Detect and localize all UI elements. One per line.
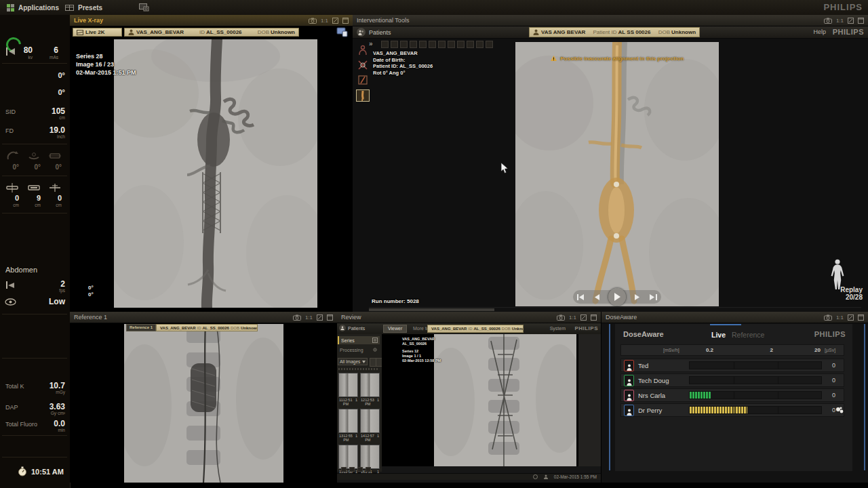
patient-icon [128, 29, 134, 35]
dose-mode-eye-icon [5, 298, 16, 306]
dose-value: 0 [825, 362, 835, 369]
presets-menu[interactable]: Presets [65, 0, 102, 15]
tool-icon[interactable] [486, 41, 493, 48]
zoom-1to1-button[interactable]: 1:1 [836, 18, 844, 24]
table-height-icon [6, 183, 18, 192]
play-button[interactable] [608, 288, 626, 306]
network-status-icon [533, 474, 538, 479]
step-back-icon[interactable] [593, 294, 600, 300]
export-icon[interactable] [317, 314, 323, 321]
series-thumbnail[interactable]: 1312:55 PM1 [338, 409, 358, 442]
skip-start-icon[interactable] [577, 294, 585, 300]
roadmap-image: Possible inaccurate alignment in this pr… [515, 42, 719, 306]
series-thumbnail[interactable]: 1112:51 PM1 [338, 373, 358, 406]
patients-button[interactable]: Patients [357, 28, 391, 37]
review-right-rail [578, 334, 601, 466]
scale-unit-left: [mSv/h] [663, 348, 679, 352]
xray-status-sidebar: 80 kv 6 mAs 0° 0° SID 105 cm FD 19.0 inc… [0, 15, 71, 488]
nav-item-series[interactable]: Series [338, 336, 380, 344]
tool-icon[interactable] [410, 41, 417, 48]
reference-tab[interactable]: Reference 1 [126, 324, 156, 331]
filter-caption-rule [338, 368, 379, 370]
dose-value: 0 [825, 407, 835, 413]
tool-icon[interactable] [438, 41, 446, 48]
tab-live[interactable]: Live [711, 331, 726, 339]
maximize-icon[interactable] [858, 314, 864, 321]
tool-icon[interactable] [381, 41, 389, 48]
reference-panel: Reference 1 1:1 [70, 312, 337, 483]
zoom-1to1-button[interactable]: 1:1 [321, 18, 328, 24]
export-icon[interactable] [848, 18, 854, 24]
export-icon[interactable] [848, 314, 854, 321]
review-appbar: Patients Viewer More tools VAS_ANG_BEVAR… [337, 323, 601, 335]
carm-rotation-icon [6, 150, 18, 161]
doseaware-title: DoseAware [606, 314, 637, 321]
zoom-1to1-button[interactable]: 1:1 [836, 314, 844, 321]
zoom-1to1-button[interactable]: 1:1 [569, 314, 576, 321]
snapshot-icon[interactable] [824, 18, 832, 24]
snapshot-icon[interactable] [293, 314, 301, 321]
help-button[interactable]: Help [813, 28, 826, 35]
timeline-scrollbar[interactable] [369, 307, 861, 312]
sid-value: 105 [34, 106, 65, 116]
total-fluoro-value: 0.0 [34, 419, 65, 428]
export-icon[interactable] [332, 18, 338, 24]
footer-tool-icon[interactable] [366, 467, 371, 472]
live-2k-tab[interactable]: Live 2K [73, 28, 122, 37]
monitor-route-icon[interactable] [336, 27, 348, 37]
tool-icon[interactable] [448, 41, 455, 48]
export-icon[interactable] [580, 314, 587, 321]
maximize-icon[interactable] [591, 314, 597, 321]
skip-end-icon[interactable] [650, 294, 657, 300]
cine-player-controls [573, 290, 661, 304]
fd-value: 19.0 [34, 125, 65, 135]
scrollbar-handle[interactable] [369, 308, 494, 311]
total-fluoro-label: Total Fluoro [5, 421, 37, 428]
tool-icon[interactable] [457, 41, 465, 48]
live-xray-titlebar: Live X-ray 1:1 [70, 15, 353, 26]
image-filter-dropdown[interactable]: All Images [338, 358, 368, 365]
tool-icon[interactable] [419, 41, 427, 48]
tab-reference[interactable]: Reference [732, 331, 764, 339]
angiogram-overlay-image [515, 42, 719, 306]
roadmap-tool-icon[interactable] [357, 75, 368, 85]
mas-unit: mAs [39, 55, 58, 60]
screenshot-icon [139, 3, 149, 12]
series-thumbnail[interactable]: 1212:53 PM1 [360, 373, 380, 406]
chevron-down-icon [362, 361, 366, 363]
review-patient-banner: VAS_ANG_BEVAR IDAL_SS_00026 DOBUnknown [427, 325, 524, 333]
snapshot-icon[interactable] [557, 314, 565, 321]
applications-menu[interactable]: Applications [7, 0, 59, 15]
viewer-tab[interactable]: Viewer [383, 325, 407, 333]
series-thumbnail[interactable]: 1412:57 PM1 [360, 409, 380, 442]
tool-icon[interactable] [391, 41, 398, 48]
dap-value: 3.63 [34, 402, 65, 411]
tool-icon[interactable] [467, 41, 474, 48]
nav-item-processing[interactable]: Processing [338, 346, 380, 354]
step-forward-icon[interactable] [634, 294, 641, 300]
dose-row-ted: Ted 0 [620, 359, 844, 372]
system-menu[interactable]: System [550, 326, 566, 331]
maximize-icon[interactable] [327, 314, 333, 321]
zoom-1to1-button[interactable]: 1:1 [305, 314, 313, 321]
patient-orientation-icon[interactable] [357, 45, 368, 56]
tool-icon[interactable] [476, 41, 484, 48]
maximize-icon[interactable] [858, 18, 864, 24]
tool-icon[interactable] [429, 41, 436, 48]
tool-icon[interactable] [400, 41, 408, 48]
scale-unit-right: [µSv] [825, 348, 835, 352]
review-patients-button[interactable]: Patients [339, 325, 365, 331]
expand-toolbar-button[interactable]: » [369, 40, 373, 47]
footer-tool-icon[interactable] [349, 467, 355, 472]
footer-tool-icon[interactable] [357, 467, 363, 472]
footer-tool-icon[interactable] [341, 467, 347, 472]
dap-unit: Gy·cm² [34, 411, 65, 415]
marker-tool-icon[interactable] [357, 60, 368, 70]
screenshot-button[interactable] [139, 0, 149, 15]
review-footer-tools [337, 466, 386, 472]
snapshot-icon[interactable] [309, 18, 317, 24]
snapshot-icon[interactable] [824, 314, 832, 321]
active-overlay-thumbnail[interactable] [356, 89, 370, 102]
maximize-icon[interactable] [342, 18, 349, 24]
staff-name: Tech Doug [638, 377, 669, 384]
